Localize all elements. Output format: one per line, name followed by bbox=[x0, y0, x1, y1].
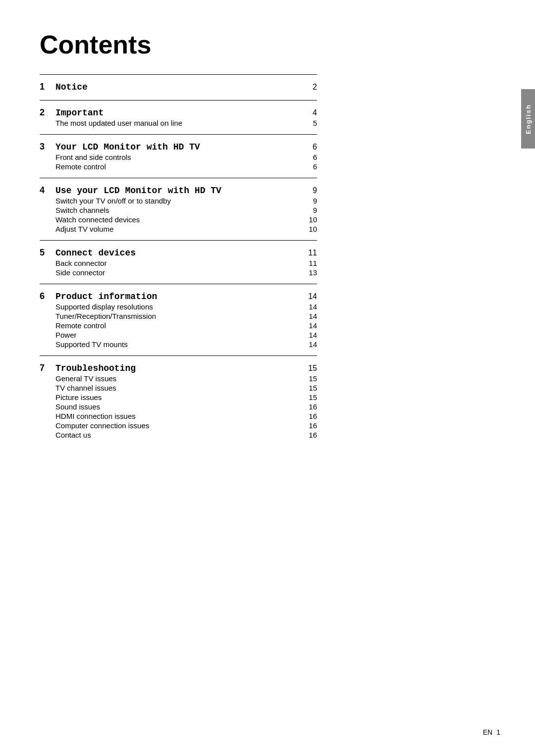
toc-main-row-3: 3Your LCD Monitor with HD TV6 bbox=[40, 142, 317, 152]
toc-sub-title-4-0: Switch your TV on/off or to standby bbox=[55, 197, 171, 205]
toc-sub-page-6-2: 14 bbox=[307, 321, 317, 330]
toc-sub-row-6-0: Supported display resolutions14 bbox=[55, 302, 317, 311]
page-footer: EN 1 bbox=[483, 728, 500, 736]
side-tab: English bbox=[521, 89, 535, 149]
toc-sub-row-7-2: Picture issues15 bbox=[55, 393, 317, 402]
toc-sub-title-6-4: Supported TV mounts bbox=[55, 340, 128, 349]
side-tab-label: English bbox=[525, 104, 532, 134]
toc-page-3: 6 bbox=[307, 143, 317, 151]
toc-sub-row-4-1: Switch channels9 bbox=[55, 206, 317, 214]
toc-title-2: Important bbox=[55, 108, 104, 118]
toc-sub-title-3-1: Remote control bbox=[55, 162, 106, 171]
toc-sub-title-7-6: Contact us bbox=[55, 431, 91, 439]
toc-entry-5: 5Connect devices11Back connector11Side c… bbox=[40, 240, 317, 284]
toc-page-7: 15 bbox=[307, 364, 317, 373]
toc-sub-row-4-3: Adjust TV volume10 bbox=[55, 225, 317, 233]
toc-number-3: 3 bbox=[40, 142, 49, 152]
footer-page: 1 bbox=[496, 728, 500, 736]
toc-sub-row-7-0: General TV issues15 bbox=[55, 374, 317, 383]
toc-sub-title-4-3: Adjust TV volume bbox=[55, 225, 113, 233]
toc-sub-title-7-4: HDMI connection issues bbox=[55, 412, 136, 420]
toc-page-1: 2 bbox=[307, 83, 317, 92]
toc-number-4: 4 bbox=[40, 185, 49, 196]
toc-entry-3: 3Your LCD Monitor with HD TV6Front and s… bbox=[40, 134, 317, 178]
toc-number-2: 2 bbox=[40, 107, 49, 118]
toc-sub-row-5-1: Side connector13 bbox=[55, 268, 317, 277]
toc-title-6: Product information bbox=[55, 292, 157, 302]
toc-sub-row-4-0: Switch your TV on/off or to standby9 bbox=[55, 197, 317, 205]
toc-sub-title-6-3: Power bbox=[55, 331, 77, 339]
toc-sub-page-3-1: 6 bbox=[307, 162, 317, 171]
toc-main-row-5: 5Connect devices11 bbox=[40, 248, 317, 258]
toc-sub-title-7-0: General TV issues bbox=[55, 374, 116, 383]
content-area: Contents 1Notice22Important4The most upd… bbox=[40, 30, 317, 446]
toc-entry-2: 2Important4The most updated user manual … bbox=[40, 100, 317, 134]
toc-sub-page-7-4: 16 bbox=[307, 412, 317, 420]
toc-sub-title-7-2: Picture issues bbox=[55, 393, 102, 402]
toc-sub-page-7-1: 15 bbox=[307, 384, 317, 392]
toc-sub-row-7-4: HDMI connection issues16 bbox=[55, 412, 317, 420]
toc-sub-page-4-1: 9 bbox=[307, 206, 317, 214]
toc-sub-page-7-3: 16 bbox=[307, 403, 317, 411]
toc-sub-page-5-1: 13 bbox=[307, 268, 317, 277]
toc-title-1: Notice bbox=[55, 82, 88, 92]
toc-sub-title-7-5: Computer connection issues bbox=[55, 421, 149, 430]
toc-sub-row-6-3: Power14 bbox=[55, 331, 317, 339]
toc-sub-row-7-6: Contact us16 bbox=[55, 431, 317, 439]
toc-entry-6: 6Product information14Supported display … bbox=[40, 284, 317, 355]
toc-sub-title-4-2: Watch connected devices bbox=[55, 215, 140, 224]
toc-title-7: Troubleshooting bbox=[55, 363, 136, 373]
toc-sub-row-2-0: The most updated user manual on line5 bbox=[55, 119, 317, 127]
toc-number-5: 5 bbox=[40, 248, 49, 258]
toc-sub-row-7-5: Computer connection issues16 bbox=[55, 421, 317, 430]
toc-sub-title-2-0: The most updated user manual on line bbox=[55, 119, 182, 127]
page-title: Contents bbox=[40, 30, 317, 59]
toc-sub-title-3-0: Front and side controls bbox=[55, 153, 131, 161]
page-container: Contents 1Notice22Important4The most upd… bbox=[0, 0, 535, 756]
toc-title-5: Connect devices bbox=[55, 248, 136, 258]
toc-sub-row-7-1: TV channel issues15 bbox=[55, 384, 317, 392]
toc-page-6: 14 bbox=[307, 292, 317, 301]
toc-sub-row-7-3: Sound issues16 bbox=[55, 403, 317, 411]
toc-entry-4: 4Use your LCD Monitor with HD TV9Switch … bbox=[40, 178, 317, 240]
toc-main-row-6: 6Product information14 bbox=[40, 291, 317, 302]
toc-sub-page-5-0: 11 bbox=[307, 259, 317, 267]
toc-sub-row-4-2: Watch connected devices10 bbox=[55, 215, 317, 224]
toc-sub-page-7-6: 16 bbox=[307, 431, 317, 439]
toc-sub-row-3-0: Front and side controls6 bbox=[55, 153, 317, 161]
toc-sub-row-6-2: Remote control14 bbox=[55, 321, 317, 330]
toc-sub-page-4-3: 10 bbox=[307, 225, 317, 233]
toc-entry-1: 1Notice2 bbox=[40, 74, 317, 100]
toc-sub-page-7-0: 15 bbox=[307, 374, 317, 383]
toc-sub-page-7-5: 16 bbox=[307, 421, 317, 430]
toc-sub-row-5-0: Back connector11 bbox=[55, 259, 317, 267]
toc-sub-page-6-1: 14 bbox=[307, 312, 317, 320]
toc-main-row-7: 7Troubleshooting15 bbox=[40, 363, 317, 373]
toc-number-7: 7 bbox=[40, 363, 49, 373]
toc-title-4: Use your LCD Monitor with HD TV bbox=[55, 186, 221, 196]
toc-page-4: 9 bbox=[307, 186, 317, 195]
toc-sub-title-5-1: Side connector bbox=[55, 268, 105, 277]
toc-main-row-1: 1Notice2 bbox=[40, 82, 317, 92]
toc-sub-row-6-1: Tuner/Reception/Transmission14 bbox=[55, 312, 317, 320]
toc-sub-page-6-4: 14 bbox=[307, 340, 317, 349]
toc-sub-title-6-0: Supported display resolutions bbox=[55, 302, 153, 311]
toc-sub-page-3-0: 6 bbox=[307, 153, 317, 161]
toc-sub-title-7-1: TV channel issues bbox=[55, 384, 116, 392]
toc-sub-title-6-2: Remote control bbox=[55, 321, 106, 330]
toc-sub-page-7-2: 15 bbox=[307, 393, 317, 402]
toc-sub-page-6-0: 14 bbox=[307, 302, 317, 311]
toc-main-row-4: 4Use your LCD Monitor with HD TV9 bbox=[40, 185, 317, 196]
toc-title-3: Your LCD Monitor with HD TV bbox=[55, 142, 200, 152]
toc-page-5: 11 bbox=[307, 249, 317, 257]
footer-lang: EN bbox=[483, 728, 492, 736]
toc-sub-title-4-1: Switch channels bbox=[55, 206, 109, 214]
toc-sub-page-4-0: 9 bbox=[307, 197, 317, 205]
toc-sub-row-6-4: Supported TV mounts14 bbox=[55, 340, 317, 349]
toc-sub-title-7-3: Sound issues bbox=[55, 403, 100, 411]
toc-page-2: 4 bbox=[307, 108, 317, 117]
toc-sub-row-3-1: Remote control6 bbox=[55, 162, 317, 171]
toc-section: 1Notice22Important4The most updated user… bbox=[40, 74, 317, 446]
toc-number-6: 6 bbox=[40, 291, 49, 302]
toc-sub-page-4-2: 10 bbox=[307, 215, 317, 224]
